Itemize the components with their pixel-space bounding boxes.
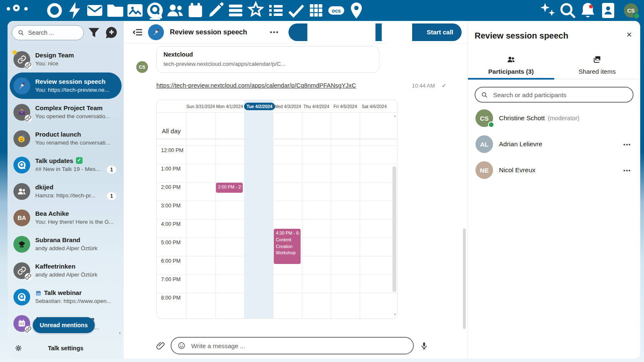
conversation-menu-button[interactable]: ••• <box>265 28 284 36</box>
tab-shared-items[interactable]: Shared items <box>554 55 641 80</box>
top-navigation-bar: ocs CS <box>0 0 644 21</box>
search-icon[interactable] <box>558 0 578 21</box>
conversation-item-dkijed[interactable]: dkijedHamza: https://tech-pr...1 <box>10 178 122 204</box>
app-ocs-icon[interactable]: ocs <box>326 0 346 21</box>
calendar-allday-row: All day <box>157 113 397 140</box>
conversation-avatar <box>148 24 164 40</box>
emoji-picker-icon[interactable] <box>177 341 186 350</box>
public-link-badge-icon <box>25 326 32 333</box>
selected-day-column-highlight <box>244 100 273 318</box>
calendar-day-label: Mon 4/1/2024 <box>215 104 244 109</box>
app-dashboard-icon[interactable] <box>44 0 65 21</box>
app-done-icon[interactable] <box>286 0 306 21</box>
participant-row-christine-schott[interactable]: CS Christine Schott(moderator) <box>468 105 640 131</box>
calendar-day-label: Sat 4/6/2024 <box>360 104 389 109</box>
conversation-avatar <box>13 51 30 68</box>
app-activity-icon[interactable] <box>65 0 85 21</box>
conversation-item-product-launch[interactable]: Product launchYou renamed the conversati… <box>10 125 122 152</box>
favorite-star-icon <box>11 49 18 56</box>
app-calendar-icon[interactable] <box>185 0 205 21</box>
app-contacts-icon[interactable] <box>165 0 185 21</box>
calendar-hour-label: 7:00 PM <box>161 277 181 282</box>
participant-search-field[interactable] <box>475 87 634 103</box>
conversation-item-complex-project-team[interactable]: Complex Project TeamYou opened the conve… <box>10 99 122 125</box>
start-call-button[interactable]: Start call <box>288 23 462 41</box>
app-photos-icon[interactable] <box>125 0 145 21</box>
message-timestamp: 10:44 AM <box>412 83 435 89</box>
talk-settings-button[interactable]: Talk settings <box>8 345 124 352</box>
unread-count-badge: 1 <box>106 165 117 174</box>
app-mail-icon[interactable] <box>85 0 105 21</box>
user-avatar[interactable]: CS <box>624 3 638 18</box>
participant-row-nicol-evreux[interactable]: NE Nicol Evreux ••• <box>468 157 640 183</box>
app-files-icon[interactable] <box>105 0 125 21</box>
participant-menu-button[interactable]: ••• <box>622 165 633 175</box>
message-input-field[interactable] <box>171 337 414 354</box>
conversation-search[interactable]: Search ... <box>12 25 84 40</box>
calendar-embed[interactable]: Sun 3/31/2024Mon 4/1/2024Tue 4/2/2024Wed… <box>156 100 397 319</box>
app-talk-icon[interactable] <box>145 0 165 21</box>
calendar-event[interactable]: 4:30 PM - 6:ContentCreationWorkshop <box>274 229 301 264</box>
calendar-emoji-icon <box>35 290 42 296</box>
calendar-scrollbar[interactable] <box>392 166 396 292</box>
search-placeholder: Search ... <box>28 29 54 36</box>
talklogo-icon <box>17 292 27 302</box>
conversation-last-message: You opened the conversatio... <box>35 112 118 121</box>
app-tables-icon[interactable] <box>306 0 326 21</box>
participant-avatar: CS <box>475 109 493 127</box>
calendar-day-label: Tue 4/2/2024 <box>244 104 273 109</box>
filter-button[interactable] <box>86 25 101 40</box>
app-deck-icon[interactable] <box>226 0 246 21</box>
app-collectives-icon[interactable] <box>246 0 266 21</box>
new-conversation-button[interactable] <box>104 25 119 40</box>
scroll-down-arrow-icon[interactable]: ▾ <box>394 313 396 316</box>
link-preview-card[interactable]: Nextcloud tech-preview.nextcloud.com/app… <box>156 46 379 73</box>
calendar-hour-label: 1:00 PM <box>161 166 181 172</box>
message-input[interactable] <box>190 342 407 350</box>
participant-search-input[interactable] <box>492 91 627 99</box>
contacts-menu-icon[interactable] <box>598 0 618 21</box>
scroll-down-hint-icon[interactable]: ▾ <box>119 331 121 335</box>
calendar-event[interactable]: 2:00 PM - 2: <box>216 183 243 193</box>
conversation-title: Product launch <box>35 130 118 139</box>
scroll-up-arrow-icon[interactable]: ▴ <box>394 114 396 118</box>
notification-dot <box>589 5 593 8</box>
app-tasks-icon[interactable] <box>266 0 286 21</box>
calendar-day-label: Thu 4/4/2024 <box>302 104 331 109</box>
app-window: Search ... Design TeamYou: niceReview se… <box>8 21 640 359</box>
message-sender-avatar[interactable]: CS <box>136 61 148 73</box>
chat-scrollbar[interactable] <box>463 228 466 329</box>
participant-row-adrian-lelievre[interactable]: AL Adrian Lelievre ••• <box>468 131 640 157</box>
notifications-icon[interactable] <box>578 0 598 21</box>
conversation-item-bea-achike[interactable]: BABea AchikeYou: Hey there! Here is the … <box>10 204 122 231</box>
conversation-item-subrana-brand[interactable]: Subrana Brandandy added Alper Öztürk <box>10 231 122 257</box>
conversation-title: Subrana Brand <box>35 235 118 245</box>
message-link[interactable]: https://tech-preview.nextcloud.com/apps/… <box>156 82 356 89</box>
allday-label: All day <box>162 127 181 134</box>
conversation-item-kaffeetrinken[interactable]: Kaffeetrinkenandy added Alper Öztürk <box>10 257 122 284</box>
assistant-icon[interactable] <box>538 0 558 21</box>
nextcloud-logo[interactable] <box>6 4 33 17</box>
conversation-item-talk-webinar[interactable]: Talk webinarSebastian: https://www.open.… <box>10 284 122 310</box>
unread-mentions-button[interactable]: Unread mentions <box>33 317 95 333</box>
talklogo-icon <box>17 160 27 170</box>
conversation-avatar <box>13 157 30 173</box>
attach-file-icon[interactable] <box>156 341 166 351</box>
participant-menu-button[interactable]: ••• <box>622 140 633 149</box>
tab-participants[interactable]: Participants (3) <box>468 55 554 80</box>
verified-check-icon: ✓ <box>76 157 83 164</box>
conversation-item-talk-updates[interactable]: Talk updates✓## New in Talk 19 - Mes...1 <box>10 152 122 178</box>
people-icon <box>17 186 27 197</box>
collapse-sidebar-icon[interactable] <box>131 26 144 39</box>
participants-icon <box>506 55 516 64</box>
conversation-item-design-team[interactable]: Design TeamYou: nice <box>10 46 122 72</box>
app-notes-icon[interactable] <box>205 0 226 21</box>
calendar-day-label: Fri 4/5/2024 <box>331 104 360 109</box>
conversation-title: Review session speech <box>35 77 118 86</box>
close-panel-icon[interactable]: × <box>625 31 634 39</box>
voice-message-icon[interactable] <box>420 341 428 350</box>
participant-avatar: AL <box>475 135 493 153</box>
conversation-item-review-session-speech[interactable]: Review session speechYou: https://tech-p… <box>10 72 122 99</box>
conversation-avatar <box>13 315 30 332</box>
app-maps-icon[interactable] <box>346 0 366 21</box>
